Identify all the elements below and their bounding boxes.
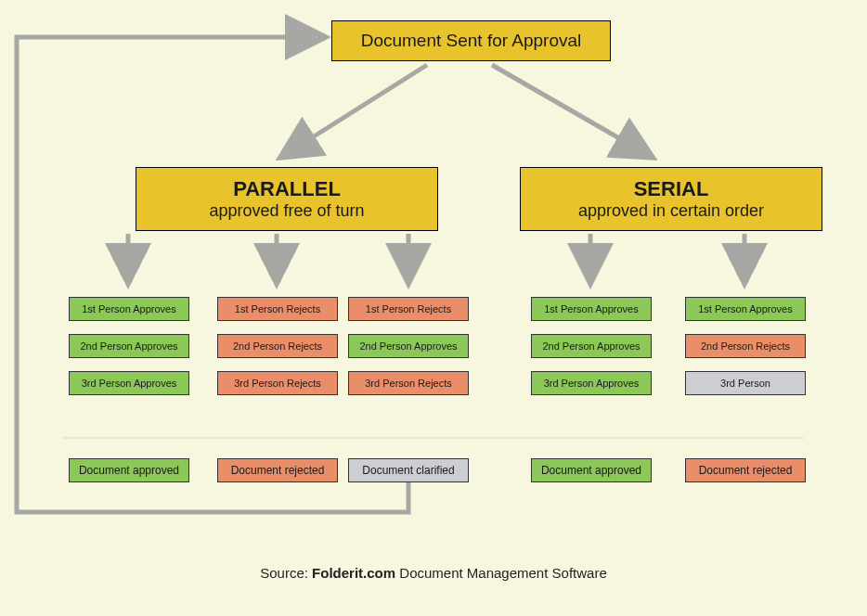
svg-line-1 (492, 65, 650, 156)
p2-row2: 2nd Person Rejects (217, 334, 338, 358)
p2-row3: 3rd Person Rejects (217, 371, 338, 395)
s2-row1: 1st Person Approves (685, 297, 806, 321)
source-prefix: Source: (260, 565, 312, 581)
top-box: Document Sent for Approval (331, 20, 611, 61)
outcome-p3: Document clarified (348, 458, 469, 482)
divider (63, 437, 804, 440)
outcome-p1: Document approved (69, 458, 189, 482)
p2-row1: 1st Person Rejects (217, 297, 338, 321)
svg-line-0 (283, 65, 427, 156)
s1-row2: 2nd Person Approves (531, 334, 652, 358)
s2-row2: 2nd Person Rejects (685, 334, 806, 358)
source-brand: Folderit.com (312, 565, 395, 581)
serial-subtitle: approved in certain order (532, 201, 810, 221)
serial-title: SERIAL (532, 177, 810, 201)
serial-box: SERIAL approved in certain order (520, 167, 822, 231)
outcome-p2: Document rejected (217, 458, 338, 482)
s1-row3: 3rd Person Approves (531, 371, 652, 395)
source-line: Source: Folderit.com Document Management… (0, 565, 867, 581)
parallel-box: PARALLEL approved free of turn (136, 167, 438, 231)
parallel-subtitle: approved free of turn (148, 201, 426, 221)
source-suffix: Document Management Software (395, 565, 607, 581)
outcome-s1: Document approved (531, 458, 652, 482)
outcome-s2: Document rejected (685, 458, 806, 482)
top-box-label: Document Sent for Approval (361, 31, 582, 50)
s1-row1: 1st Person Approves (531, 297, 652, 321)
p1-row2: 2nd Person Approves (69, 334, 189, 358)
p3-row3: 3rd Person Rejects (348, 371, 469, 395)
parallel-title: PARALLEL (148, 177, 426, 201)
s2-row3: 3rd Person (685, 371, 806, 395)
p3-row1: 1st Person Rejects (348, 297, 469, 321)
p1-row3: 3rd Person Approves (69, 371, 189, 395)
p1-row1: 1st Person Approves (69, 297, 189, 321)
p3-row2: 2nd Person Approves (348, 334, 469, 358)
